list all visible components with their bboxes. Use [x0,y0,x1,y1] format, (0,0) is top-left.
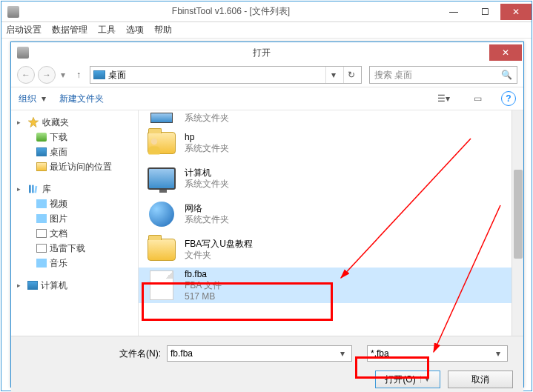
tree-item-desktop[interactable]: 桌面 [14,144,135,159]
search-placeholder: 搜索 桌面 [374,69,412,82]
open-button[interactable]: 打开(O)▼ [375,371,440,388]
nav-history-dropdown[interactable]: ▾ [59,70,67,80]
computer-icon [27,281,38,290]
filename-input[interactable]: fb.fba ▾ [167,345,352,362]
menu-item[interactable]: 帮助 [154,24,172,36]
dialog-close-button[interactable]: ✕ [489,44,522,61]
svg-rect-3 [34,186,37,193]
nav-up-button[interactable]: ↑ [70,67,87,83]
app-icon [7,6,19,18]
app-menubar: 启动设置 数据管理 工具 选项 帮助 [1,22,532,39]
new-folder-button[interactable]: 新建文件夹 [59,93,104,105]
tree-favorites[interactable]: ▸ 收藏夹 [14,115,135,130]
file-list: 系统文件夹 hp系统文件夹 计算机系统文件夹 网络系统文件夹 FBA写入U盘教程… [139,110,523,336]
scrollbar[interactable] [512,110,523,336]
cancel-button[interactable]: 取消 [448,371,513,388]
view-mode-button[interactable]: ☰ ▾ [433,90,454,107]
maximize-button[interactable]: ☐ [469,4,500,20]
filename-label: 文件名(N): [116,348,161,360]
thunder-icon [36,244,47,253]
refresh-button[interactable]: ↻ [343,67,358,83]
search-input[interactable]: 搜索 桌面 🔍 [369,66,517,84]
location-dropdown[interactable]: ▾ [325,67,340,83]
nav-back-button[interactable]: ← [17,66,35,84]
menu-item[interactable]: 工具 [98,24,116,36]
svg-marker-0 [28,117,38,127]
folder-tree: ▸ 收藏夹 下载 桌面 最近访问的位置 ▸ [11,110,139,336]
tree-item-pictures[interactable]: 图片 [14,211,135,226]
svg-rect-2 [32,185,34,193]
tree-item-videos[interactable]: 视频 [14,196,135,211]
chevron-down-icon[interactable]: ▾ [492,348,504,359]
search-icon: 🔍 [501,70,512,80]
menu-item[interactable]: 数据管理 [52,24,87,36]
document-icon [36,229,47,238]
list-item[interactable]: 网络系统文件夹 [139,196,523,232]
download-icon [36,133,47,142]
tree-item-documents[interactable]: 文档 [14,226,135,241]
video-icon [36,199,47,208]
list-item[interactable]: 计算机系统文件夹 [139,161,523,196]
tree-item-recent[interactable]: 最近访问的位置 [14,159,135,174]
location-text: 桌面 [108,69,126,82]
tree-computer[interactable]: ▸ 计算机 [14,278,135,293]
app-title: FbinstTool v1.606 - [文件列表] [24,5,438,18]
list-item[interactable]: 系统文件夹 [139,112,523,125]
tree-libraries[interactable]: ▸ 库 [14,182,135,196]
tree-item-downloads[interactable]: 下载 [14,130,135,144]
app-close-button[interactable]: ✕ [500,4,532,20]
preview-pane-button[interactable]: ▭ [467,90,488,107]
app-titlebar: FbinstTool v1.606 - [文件列表] — ☐ ✕ [1,1,532,22]
chevron-down-icon[interactable]: ▾ [337,348,348,359]
tree-item-music[interactable]: 音乐 [14,256,135,270]
recent-icon [36,162,47,171]
favorites-icon [27,116,39,128]
menu-item[interactable]: 启动设置 [6,24,42,36]
file-filter-dropdown[interactable]: *.fba ▾ [367,345,508,362]
desktop-icon [36,147,47,156]
open-file-dialog: 打开 ✕ ← → ▾ ↑ 桌面 ▾ ↻ 搜索 桌面 🔍 组织 ▾ 新 [10,41,524,388]
desktop-icon [93,70,105,79]
list-item[interactable]: hp系统文件夹 [139,125,523,161]
dialog-icon [17,47,29,59]
list-item[interactable]: FBA写入U盘教程文件夹 [139,232,523,268]
picture-icon [36,214,47,223]
location-bar[interactable]: 桌面 ▾ ↻ [90,66,362,84]
tree-item-thunder[interactable]: 迅雷下载 [14,241,135,256]
help-button[interactable]: ? [501,91,516,106]
menu-item[interactable]: 选项 [126,24,144,36]
minimize-button[interactable]: — [438,4,469,20]
dialog-title: 打开 [33,47,489,59]
svg-rect-1 [29,185,31,193]
organize-button[interactable]: 组织 ▾ [19,93,46,105]
dialog-titlebar: 打开 ✕ [11,42,523,63]
nav-forward-button[interactable]: → [38,66,56,84]
music-icon [36,259,47,268]
list-item-selected[interactable]: fb.fba FBA 文件 517 MB [139,268,523,303]
libraries-icon [27,183,39,195]
